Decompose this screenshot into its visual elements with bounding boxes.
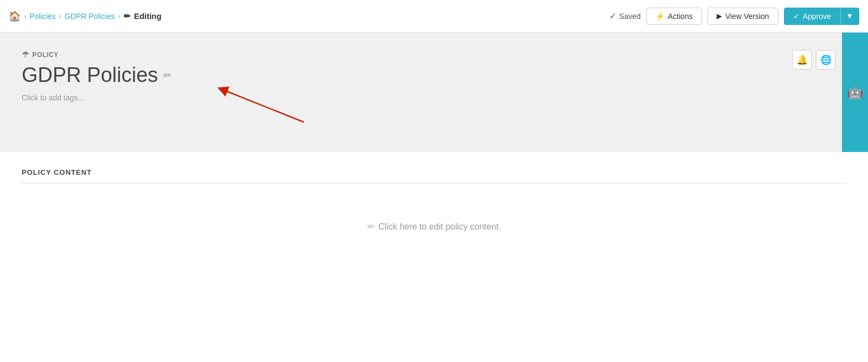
topbar: 🏠 › Policies › GDPR Policies › ✏ Editing… (0, 0, 868, 33)
content-section: POLICY CONTENT ✏ Click here to edit poli… (0, 152, 868, 270)
lightning-icon: ⚡ (655, 12, 665, 21)
globe-button[interactable]: 🌐 (816, 50, 835, 69)
approve-dropdown-chevron-icon: ▼ (846, 12, 853, 20)
arrow-annotation (212, 84, 309, 129)
policy-label: POLICY (33, 51, 59, 59)
breadcrumb-gdpr-policies[interactable]: GDPR Policies (65, 12, 115, 21)
saved-check-icon: ✓ (609, 11, 616, 21)
globe-icon: 🌐 (820, 54, 832, 66)
breadcrumb-editing: ✏ Editing (124, 11, 162, 21)
robot-icon: 🤖 (847, 85, 863, 100)
breadcrumb-sep-1: › (24, 12, 26, 20)
content-edit-pencil-icon: ✏ (367, 221, 374, 232)
robot-button[interactable]: 🤖 (842, 33, 868, 152)
breadcrumb: 🏠 › Policies › GDPR Policies › ✏ Editing (9, 10, 162, 22)
content-edit-placeholder: Click here to edit policy content. (379, 222, 501, 232)
saved-status: ✓ Saved (609, 11, 641, 21)
bell-button[interactable]: 🔔 (792, 50, 812, 69)
title-edit-pencil-icon[interactable]: ✏ (163, 69, 171, 81)
header-section: ☂ POLICY GDPR Policies ✏ Click to add ta… (0, 33, 868, 152)
actions-button[interactable]: ⚡ Actions (646, 8, 702, 25)
breadcrumb-policies[interactable]: Policies (29, 12, 55, 21)
approve-group: ✓ Approve ▼ (784, 8, 859, 25)
play-icon: ▶ (717, 12, 722, 20)
approve-button[interactable]: ✓ Approve (784, 8, 840, 25)
topbar-actions: ✓ Saved ⚡ Actions ▶ View Version ✓ Appro… (609, 8, 859, 25)
policy-label-row: ☂ POLICY (22, 50, 846, 60)
approve-dropdown-button[interactable]: ▼ (840, 8, 859, 25)
breadcrumb-sep-2: › (59, 12, 61, 20)
umbrella-icon: ☂ (22, 50, 29, 60)
saved-label-text: Saved (619, 12, 641, 21)
policy-title: GDPR Policies (22, 64, 158, 87)
view-version-button[interactable]: ▶ View Version (707, 8, 778, 25)
tags-placeholder[interactable]: Click to add tags... (22, 93, 846, 102)
policy-content-section-header: POLICY CONTENT (22, 168, 846, 183)
approve-check-icon: ✓ (793, 12, 800, 21)
content-edit-area[interactable]: ✏ Click here to edit policy content. (22, 200, 846, 253)
edit-icon-nav: ✏ (124, 11, 131, 21)
header-right-icons: 🔔 🌐 (792, 50, 835, 69)
breadcrumb-sep-3: › (118, 12, 120, 20)
policy-title-row: GDPR Policies ✏ (22, 64, 846, 87)
bell-icon: 🔔 (796, 54, 808, 66)
arrow-svg (212, 84, 309, 128)
home-icon[interactable]: 🏠 (9, 10, 21, 22)
